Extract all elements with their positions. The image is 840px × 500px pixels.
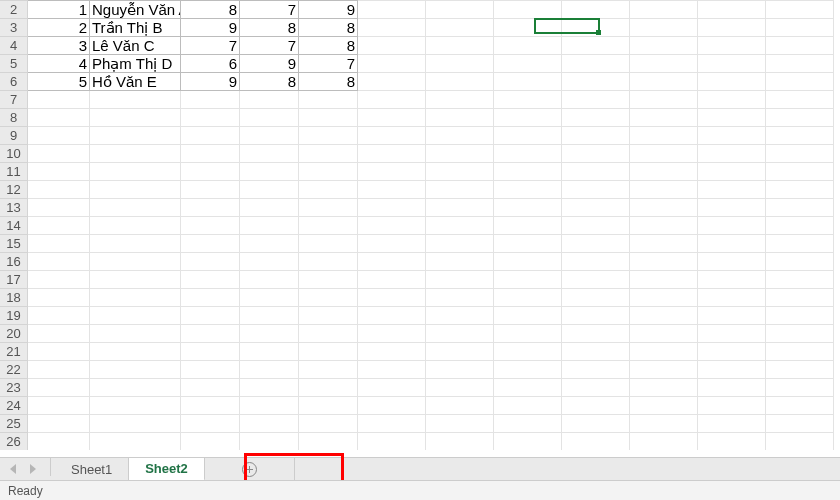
cell[interactable] [240,288,299,306]
cell[interactable] [630,396,698,414]
cell[interactable] [426,378,494,396]
cell[interactable] [698,306,766,324]
cell[interactable] [698,396,766,414]
cell[interactable] [240,252,299,270]
cell[interactable] [630,36,698,54]
cell[interactable] [630,270,698,288]
cell[interactable] [562,378,630,396]
cell[interactable] [240,198,299,216]
cell[interactable] [28,270,90,288]
row-header[interactable]: 9 [0,126,28,144]
cell[interactable] [630,198,698,216]
cell[interactable] [28,144,90,162]
cell[interactable] [28,90,90,108]
cell[interactable] [766,144,834,162]
cell[interactable] [90,180,181,198]
cell[interactable]: Nguyễn Văn A [90,0,181,18]
row-header[interactable]: 11 [0,162,28,180]
cell[interactable] [358,198,426,216]
cell[interactable] [494,414,562,432]
cell[interactable] [766,72,834,90]
cell[interactable] [562,18,630,36]
cell[interactable] [90,252,181,270]
cell[interactable] [90,162,181,180]
cell[interactable] [299,126,358,144]
cell[interactable] [630,342,698,360]
cell[interactable] [426,342,494,360]
cell[interactable] [240,90,299,108]
cell[interactable] [766,324,834,342]
cell[interactable] [299,162,358,180]
cell[interactable] [299,396,358,414]
cell[interactable] [240,360,299,378]
cell[interactable] [358,270,426,288]
cell[interactable] [562,414,630,432]
cell[interactable] [28,216,90,234]
cell[interactable] [90,414,181,432]
cell[interactable] [426,18,494,36]
cell[interactable] [562,324,630,342]
cell[interactable] [766,360,834,378]
cell[interactable] [181,216,240,234]
cell[interactable] [698,360,766,378]
cell[interactable] [358,288,426,306]
cell[interactable] [494,342,562,360]
cell[interactable]: 8 [181,0,240,18]
cell[interactable] [426,144,494,162]
cell[interactable] [766,234,834,252]
cell[interactable] [766,414,834,432]
cell[interactable]: 1 [28,0,90,18]
cell[interactable] [181,288,240,306]
cell[interactable] [181,108,240,126]
cell[interactable]: Lê Văn C [90,36,181,54]
cell[interactable] [698,432,766,450]
cell[interactable] [630,306,698,324]
cell[interactable] [240,306,299,324]
cell[interactable] [494,0,562,18]
cell[interactable] [630,324,698,342]
cell[interactable] [630,162,698,180]
cell[interactable] [630,252,698,270]
cell[interactable] [426,180,494,198]
cell[interactable] [299,90,358,108]
cell[interactable] [562,342,630,360]
cell[interactable] [358,342,426,360]
cell[interactable] [562,54,630,72]
row-header[interactable]: 18 [0,288,28,306]
cell[interactable]: 7 [299,54,358,72]
cell[interactable] [358,18,426,36]
row-header[interactable]: 17 [0,270,28,288]
cell[interactable] [630,18,698,36]
cell[interactable] [698,324,766,342]
cell[interactable] [90,288,181,306]
cell[interactable] [240,126,299,144]
cell[interactable]: 4 [28,54,90,72]
cell[interactable] [426,360,494,378]
cell[interactable] [766,288,834,306]
cell[interactable] [90,324,181,342]
cell[interactable] [698,180,766,198]
cell[interactable] [630,216,698,234]
cell[interactable] [562,234,630,252]
cell[interactable] [299,198,358,216]
cell[interactable] [562,90,630,108]
cell[interactable] [28,234,90,252]
cell[interactable] [562,252,630,270]
cell[interactable] [358,414,426,432]
cell[interactable] [90,108,181,126]
cell[interactable] [358,252,426,270]
new-sheet-button[interactable] [205,458,295,480]
cell[interactable] [494,144,562,162]
worksheet-area[interactable]: 2345678910111213141516171819202122232425… [0,0,840,456]
cell[interactable] [494,432,562,450]
cell[interactable] [698,234,766,252]
cell[interactable] [630,126,698,144]
cell[interactable]: 9 [181,72,240,90]
cell[interactable] [28,432,90,450]
cell[interactable]: 8 [240,18,299,36]
cell[interactable] [630,54,698,72]
cell[interactable] [181,378,240,396]
cell[interactable] [494,18,562,36]
cell[interactable] [90,216,181,234]
row-header[interactable]: 14 [0,216,28,234]
